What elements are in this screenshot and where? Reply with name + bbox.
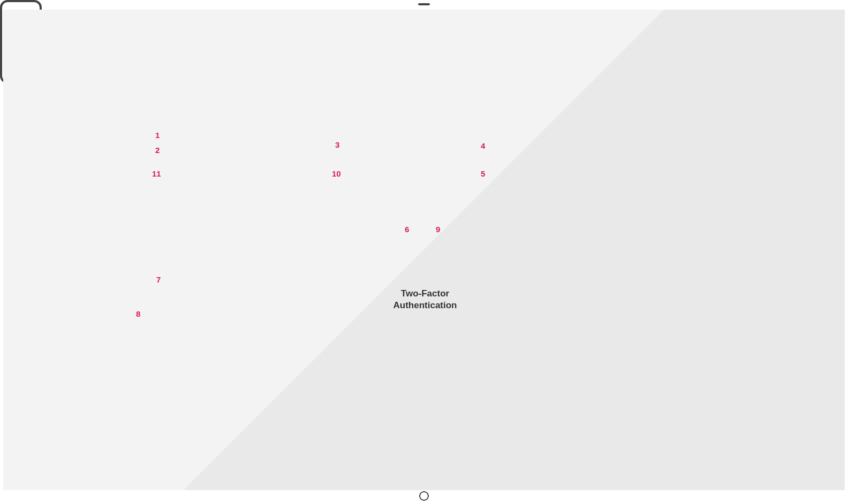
step-11: 11 bbox=[152, 169, 161, 178]
two-factor-label: Two-Factor Authentication bbox=[388, 288, 463, 311]
step-10: 10 bbox=[332, 169, 341, 178]
step-4: 4 bbox=[481, 141, 485, 150]
step-2: 2 bbox=[155, 146, 160, 155]
step-8: 8 bbox=[136, 309, 140, 318]
step-5: 5 bbox=[481, 169, 485, 178]
step-3: 3 bbox=[335, 140, 339, 149]
step-1: 1 bbox=[155, 131, 160, 140]
step-6: 6 bbox=[405, 225, 409, 234]
step-9: 9 bbox=[436, 225, 440, 234]
phone-icon bbox=[0, 0, 42, 83]
step-7: 7 bbox=[156, 275, 161, 284]
auth-flow-diagram: Access Gateway Username Password Log In … bbox=[0, 0, 848, 504]
